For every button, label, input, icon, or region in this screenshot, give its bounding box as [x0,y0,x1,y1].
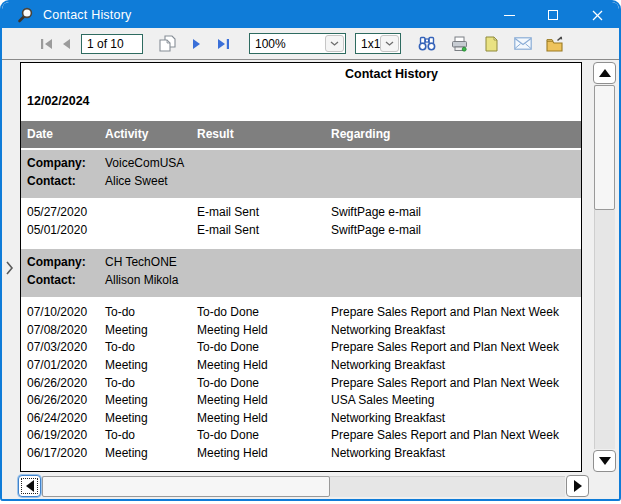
column-header-result: Result [197,121,234,148]
cell-date: 07/08/2020 [27,322,87,340]
contact-label: Contact: [27,272,76,290]
export-button[interactable] [545,34,565,54]
scroll-down-button[interactable] [593,450,616,472]
last-page-icon [217,38,230,50]
group-header: Company: VoiceComUSA Contact: Alice Swee… [21,150,581,198]
email-button[interactable] [513,34,533,54]
cell-activity: Meeting [105,392,148,410]
cell-regarding: USA Sales Meeting [331,392,434,410]
company-value: CH TechONE [105,254,177,272]
print-button[interactable] [449,34,469,54]
table-row: 06/24/2020 Meeting Meeting Held Networki… [21,410,581,428]
page-number-field[interactable] [81,34,143,54]
vertical-scrollbar[interactable] [593,62,618,472]
cell-activity: Meeting [105,445,148,463]
cell-date: 05/27/2020 [27,204,87,222]
cell-regarding: Networking Breakfast [331,410,445,428]
company-label: Company: [27,254,86,272]
triangle-down-icon [599,457,611,465]
chevron-down-icon [385,41,394,46]
page-grid-dropdown-button[interactable] [380,35,399,52]
column-header-activity: Activity [105,121,148,148]
cell-regarding: SwiftPage e-mail [331,204,421,222]
page-grid-select[interactable]: 1x1 [355,33,401,54]
next-page-button[interactable] [187,34,207,54]
binoculars-icon [418,36,436,51]
page-setup-button[interactable] [481,34,501,54]
cell-regarding: Prepare Sales Report and Plan Next Week [331,339,559,357]
preview-toolbar: 100% 1x1 [2,28,619,59]
cell-date: 06/26/2020 [27,392,87,410]
cell-regarding: Networking Breakfast [331,445,445,463]
copy-pages-icon [159,35,176,52]
company-label: Company: [27,155,86,173]
column-header-bar: Date Activity Result Regarding [21,121,581,148]
vertical-scroll-thumb[interactable] [594,85,615,210]
table-row: 06/17/2020 Meeting Meeting Held Networki… [21,445,581,463]
triangle-left-icon [26,480,34,492]
cell-activity: To-do [105,304,135,322]
column-header-date: Date [27,121,53,148]
first-page-button[interactable] [36,34,56,54]
zoom-value: 100% [250,37,325,51]
zoom-dropdown-button[interactable] [325,35,344,52]
minimize-icon [504,15,515,16]
table-row: 07/03/2020 To-do To-do Done Prepare Sale… [21,339,581,357]
report-preview-area: Contact History 12/02/2024 Date Activity… [2,59,619,499]
triangle-right-icon [574,480,582,492]
history-rows-group-2: 07/10/2020 To-do To-do Done Prepare Sale… [21,297,581,462]
close-button[interactable] [575,2,619,28]
group-header: Company: CH TechONE Contact: Allison Mik… [21,249,581,297]
last-page-button[interactable] [213,34,233,54]
history-rows-group-1: 05/27/2020 E-mail Sent SwiftPage e-mail … [21,198,581,239]
cell-date: 07/01/2020 [27,357,87,375]
cell-result: Meeting Held [197,410,268,428]
splitter-chevron[interactable] [3,260,15,278]
cell-activity: To-do [105,339,135,357]
window-title: Contact History [43,8,131,22]
scroll-up-button[interactable] [593,62,616,84]
previous-page-button[interactable] [56,34,76,54]
find-button[interactable] [417,34,437,54]
envelope-icon [514,37,532,50]
cell-regarding: Networking Breakfast [331,357,445,375]
first-page-icon [40,38,53,50]
page-grid-value: 1x1 [356,37,380,51]
table-row: 07/08/2020 Meeting Meeting Held Networki… [21,322,581,340]
report-title: Contact History [345,67,438,81]
scroll-left-button[interactable] [18,475,41,497]
maximize-button[interactable] [531,2,575,28]
horizontal-scroll-thumb[interactable] [42,476,330,497]
table-row: 07/01/2020 Meeting Meeting Held Networki… [21,357,581,375]
table-row: 06/26/2020 Meeting Meeting Held USA Sale… [21,392,581,410]
next-page-icon [192,38,202,50]
page-setup-icon [485,36,498,52]
minimize-button[interactable] [487,2,531,28]
chevron-down-icon [330,41,339,46]
contact-label: Contact: [27,173,76,191]
maximize-icon [548,10,558,20]
cell-regarding: Prepare Sales Report and Plan Next Week [331,427,559,445]
cell-date: 05/01/2020 [27,222,87,240]
cell-result: Meeting Held [197,357,268,375]
cell-result: To-do Done [197,304,259,322]
cell-result: To-do Done [197,427,259,445]
triangle-up-icon [599,69,611,77]
report-preview-magnifier-icon [16,7,33,24]
horizontal-scrollbar[interactable] [18,474,589,498]
cell-regarding: SwiftPage e-mail [331,222,421,240]
report-page: Contact History 12/02/2024 Date Activity… [20,62,582,472]
cell-activity: Meeting [105,357,148,375]
table-row: 06/19/2020 To-do To-do Done Prepare Sale… [21,427,581,445]
previous-page-icon [61,38,71,50]
scroll-right-button[interactable] [566,475,589,497]
report-date: 12/02/2024 [27,94,90,108]
cell-activity: Meeting [105,410,148,428]
contact-value: Alice Sweet [105,173,168,191]
printer-icon [451,36,468,52]
zoom-select[interactable]: 100% [249,33,346,54]
copy-pages-button[interactable] [157,34,177,54]
titlebar: Contact History [2,2,619,28]
table-row: 05/01/2020 E-mail Sent SwiftPage e-mail [21,222,581,240]
cell-regarding: Prepare Sales Report and Plan Next Week [331,375,559,393]
